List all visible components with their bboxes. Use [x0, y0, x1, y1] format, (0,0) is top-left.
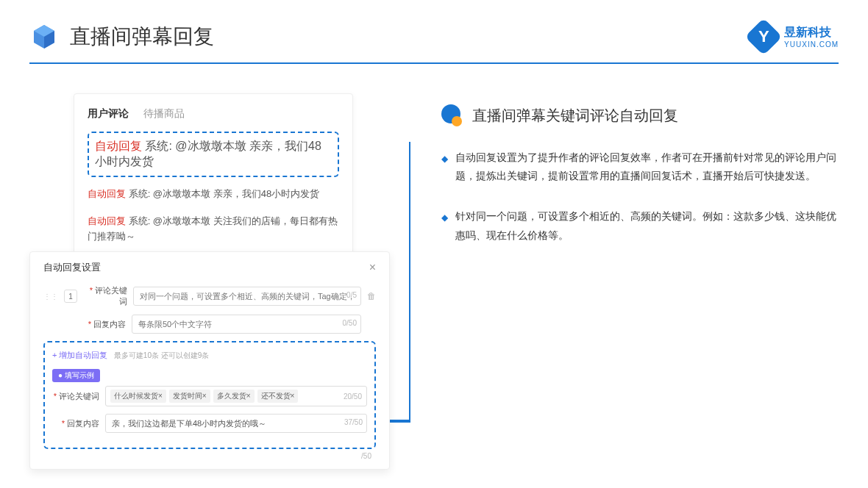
section-header: 直播间弹幕关键词评论自动回复 — [441, 104, 839, 126]
settings-title: 自动回复设置 — [43, 261, 101, 274]
char-count: 37/50 — [344, 418, 363, 426]
auto-reply-tag: 自动回复 — [88, 215, 126, 226]
outer-count: /50 — [43, 449, 376, 460]
comment-row: 自动回复 系统: @冰墩墩本墩 亲亲，我们48小时内发货 — [88, 181, 339, 208]
ex-keyword-label: *评论关键词 — [52, 391, 99, 402]
example-keyword-row: *评论关键词 什么时候发货× 发货时间× 多久发货× 还不发货× 20/50 — [52, 386, 367, 406]
form-row-keyword: ⋮⋮ 1 *评论关键词 0/5 🗑 — [43, 285, 376, 307]
cube-icon — [29, 22, 59, 51]
screenshot-mockups: 用户评论 待播商品 自动回复 系统: @冰墩墩本墩 亲亲，我们48小时内发货 自… — [29, 93, 412, 267]
bullet-item: ◆ 针对同一个问题，可设置多个相近的、高频的关键词。例如：这款多少钱、这块能优惠… — [441, 207, 839, 244]
example-badge: ● 填写示例 — [52, 369, 100, 382]
tabs: 用户评论 待播商品 — [88, 107, 339, 121]
add-hint: 最多可建10条 还可以创建9条 — [114, 351, 209, 359]
row-number: 1 — [64, 290, 77, 303]
tag[interactable]: 还不发货× — [257, 390, 299, 403]
bullet-text: 针对同一个问题，可设置多个相近的、高频的关键词。例如：这款多少钱、这块能优惠吗、… — [455, 207, 839, 244]
tag[interactable]: 发货时间× — [169, 390, 210, 403]
comment-row: 自动回复 系统: @冰墩墩本墩 关注我们的店铺，每日都有热门推荐呦～ — [88, 208, 339, 251]
keyword-label: *评论关键词 — [83, 285, 127, 307]
keyword-input[interactable]: 0/5 — [133, 287, 361, 306]
section-title: 直播间弹幕关键词评论自动回复 — [472, 106, 678, 126]
char-count: 0/50 — [343, 319, 357, 327]
bullet-text: 自动回复设置为了提升作者的评论回复效率，作者可在开播前针对常见的评论用户问题，提… — [455, 148, 839, 185]
brand-icon: Y — [745, 18, 783, 56]
description-column: 直播间弹幕关键词评论自动回复 ◆ 自动回复设置为了提升作者的评论回复效率，作者可… — [441, 93, 839, 267]
bubble-icon — [441, 104, 463, 126]
tab-user-comments[interactable]: 用户评论 — [88, 107, 129, 121]
connector-line — [390, 421, 410, 423]
ex-content-label: *回复内容 — [52, 418, 99, 429]
char-count: 0/5 — [346, 291, 357, 299]
comments-panel: 用户评论 待播商品 自动回复 系统: @冰墩墩本墩 亲亲，我们48小时内发货 自… — [74, 93, 353, 264]
brand-url: YUUXIN.COM — [784, 40, 839, 49]
example-content-row: *回复内容 37/50 — [52, 414, 367, 433]
content-label: *回复内容 — [82, 319, 126, 330]
add-auto-reply-link[interactable]: + 增加自动回复 — [52, 351, 107, 359]
content-input[interactable]: 0/50 — [132, 315, 361, 334]
tag-input[interactable]: 什么时候发货× 发货时间× 多久发货× 还不发货× 20/50 — [105, 386, 367, 406]
diamond-icon: ◆ — [441, 210, 448, 244]
example-section: + 增加自动回复 最多可建10条 还可以创建9条 ● 填写示例 *评论关键词 什… — [43, 341, 376, 449]
brand-logo: Y 昱新科技 YUUXIN.COM — [750, 24, 839, 50]
form-row-content: *回复内容 0/50 — [43, 315, 376, 334]
tag[interactable]: 多久发货× — [213, 390, 255, 403]
page-header: 直播间弹幕回复 Y 昱新科技 YUUXIN.COM — [0, 0, 868, 59]
auto-reply-tag: 自动回复 — [95, 140, 142, 152]
bullet-item: ◆ 自动回复设置为了提升作者的评论回复效率，作者可在开播前针对常见的评论用户问题… — [441, 148, 839, 185]
close-icon[interactable]: × — [369, 261, 376, 274]
settings-panel: 自动回复设置 × ⋮⋮ 1 *评论关键词 0/5 🗑 *回复内容 0 — [29, 251, 390, 470]
brand-name: 昱新科技 — [784, 25, 839, 40]
tab-pending-products[interactable]: 待播商品 — [143, 107, 185, 121]
diamond-icon: ◆ — [441, 151, 448, 185]
page-title: 直播间弹幕回复 — [70, 23, 214, 51]
trash-icon[interactable]: 🗑 — [367, 291, 376, 301]
ex-content-input[interactable]: 37/50 — [105, 414, 367, 433]
drag-icon[interactable]: ⋮⋮ — [43, 293, 58, 301]
auto-reply-tag: 自动回复 — [88, 188, 126, 199]
highlighted-comment: 自动回复 系统: @冰墩墩本墩 亲亲，我们48小时内发货 — [88, 132, 339, 177]
comment-text: 系统: @冰墩墩本墩 亲亲，我们48小时内发货 — [129, 188, 320, 199]
char-count: 20/50 — [344, 392, 362, 401]
tag[interactable]: 什么时候发货× — [110, 390, 166, 403]
